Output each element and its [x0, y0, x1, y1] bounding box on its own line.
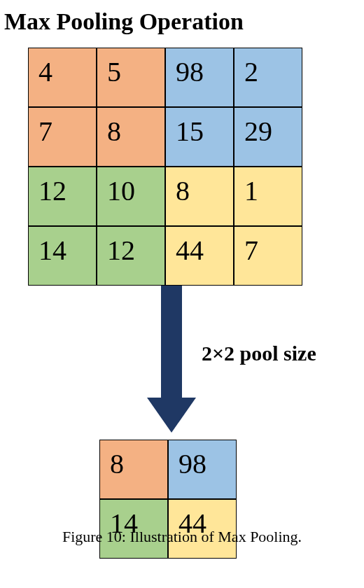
input-cell: 12 — [97, 226, 165, 286]
figure-caption: Figure 10: Illustration of Max Pooling. — [0, 528, 364, 546]
output-cell: 98 — [168, 440, 237, 499]
input-cell: 98 — [165, 48, 234, 107]
input-cell: 2 — [234, 48, 302, 107]
input-cell: 7 — [28, 107, 97, 167]
figure: Max Pooling Operation 4 5 98 2 7 8 15 29… — [0, 0, 364, 559]
input-cell: 8 — [165, 167, 234, 226]
input-cell: 8 — [97, 107, 165, 167]
input-cell: 5 — [97, 48, 165, 107]
pool-size-label: 2×2 pool size — [202, 342, 316, 365]
arrow-down-icon — [147, 286, 196, 440]
input-cell: 14 — [28, 226, 97, 286]
input-cell: 15 — [165, 107, 234, 167]
input-cell: 29 — [234, 107, 302, 167]
input-cell: 44 — [165, 226, 234, 286]
input-cell: 7 — [234, 226, 302, 286]
output-cell: 8 — [99, 440, 168, 499]
input-cell: 12 — [28, 167, 97, 226]
input-cell: 1 — [234, 167, 302, 226]
figure-title: Max Pooling Operation — [4, 8, 364, 35]
figure-body: 4 5 98 2 7 8 15 29 12 10 8 1 14 12 44 7 … — [28, 48, 315, 559]
arrow-row: 2×2 pool size — [28, 286, 315, 440]
input-cell: 4 — [28, 48, 97, 107]
input-cell: 10 — [97, 167, 165, 226]
input-grid: 4 5 98 2 7 8 15 29 12 10 8 1 14 12 44 7 — [28, 48, 302, 286]
